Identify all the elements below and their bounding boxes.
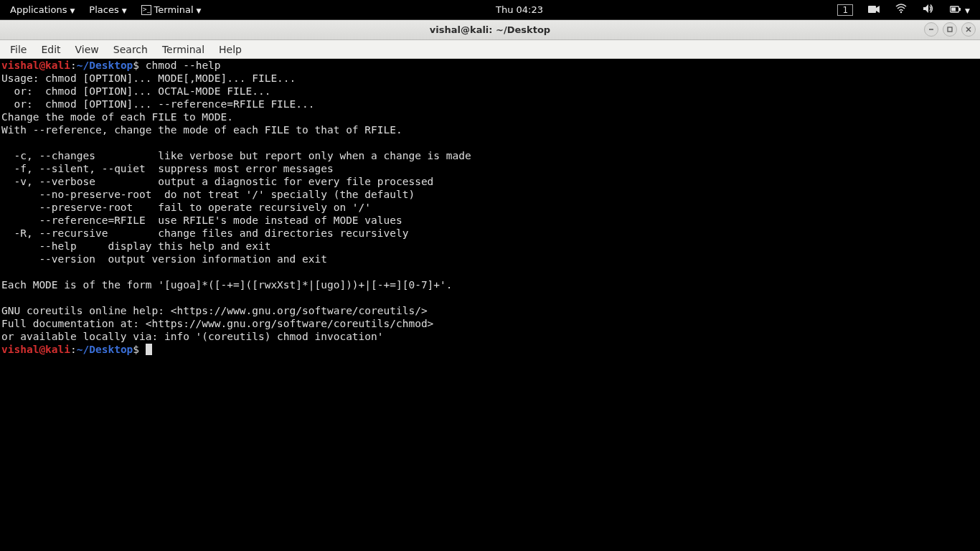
prompt-sep: : (70, 344, 77, 355)
output-line: or available locally via: info '(coreuti… (1, 331, 384, 342)
chevron-down-icon: ▼ (197, 7, 202, 14)
terminal-app-menu[interactable]: >_ Terminal ▼ (136, 0, 207, 19)
svg-rect-4 (951, 7, 956, 11)
output-line: -f, --silent, --quiet suppress most erro… (1, 163, 334, 174)
window-titlebar[interactable]: vishal@kali: ~/Desktop (0, 20, 980, 40)
menu-edit[interactable]: Edit (34, 40, 67, 58)
command-text: chmod --help (139, 60, 221, 71)
menu-terminal[interactable]: Terminal (155, 40, 212, 58)
places-label: Places (89, 4, 118, 15)
menu-search[interactable]: Search (106, 40, 155, 58)
wifi-icon (895, 4, 908, 16)
terminal-icon: >_ (141, 5, 151, 15)
window-controls (924, 22, 976, 37)
prompt-user: vishal@kali (1, 60, 70, 71)
output-line: Change the mode of each FILE to MODE. (1, 111, 233, 123)
network-indicator[interactable] (889, 0, 913, 19)
panel-clock[interactable]: Thu 04:23 (207, 4, 831, 15)
output-line: --preserve-root fail to operate recursiv… (1, 202, 371, 213)
output-line: GNU coreutils online help: <https://www.… (1, 305, 428, 316)
output-line: --help display this help and exit (1, 240, 270, 252)
window-title: vishal@kali: ~/Desktop (0, 24, 980, 35)
record-indicator[interactable] (862, 0, 886, 19)
workspace-badge: 1 (837, 4, 853, 16)
workspace-indicator[interactable]: 1 (831, 0, 859, 19)
battery-icon (949, 4, 962, 16)
places-menu[interactable]: Places ▼ (83, 0, 132, 19)
prompt-user: vishal@kali (1, 344, 70, 355)
prompt-slash: / (83, 60, 90, 71)
prompt-sep: : (70, 60, 77, 71)
output-line: -R, --recursive change files and directo… (1, 227, 408, 239)
prompt-dollar: $ (133, 60, 139, 71)
maximize-button[interactable] (943, 22, 957, 37)
cursor (146, 344, 152, 355)
camera-icon (867, 4, 880, 16)
output-line: Usage: chmod [OPTION]... MODE[,MODE]... … (1, 72, 296, 84)
applications-label: Applications (10, 4, 67, 15)
prompt-path: Desktop (89, 344, 133, 355)
output-line: With --reference, change the mode of eac… (1, 124, 402, 136)
terminal-label: Terminal (154, 4, 194, 15)
menu-view[interactable]: View (68, 40, 106, 58)
applications-menu[interactable]: Applications ▼ (4, 0, 80, 19)
panel-left: Applications ▼ Places ▼ >_ Terminal ▼ (4, 0, 207, 19)
output-line: Each MODE is of the form '[ugoa]*([-+=](… (1, 279, 453, 291)
prompt-path: Desktop (89, 60, 133, 71)
clock-label: Thu 04:23 (496, 4, 543, 15)
prompt-tilde: ~ (77, 344, 83, 355)
close-button[interactable] (961, 22, 976, 37)
svg-point-1 (900, 11, 902, 13)
output-line: or: chmod [OPTION]... --reference=RFILE … (1, 98, 315, 110)
output-line: or: chmod [OPTION]... OCTAL-MODE FILE... (1, 85, 270, 97)
gnome-top-panel: Applications ▼ Places ▼ >_ Terminal ▼ Th… (0, 0, 980, 19)
volume-icon (922, 4, 935, 16)
chevron-down-icon: ▼ (122, 7, 127, 14)
menu-file[interactable]: File (3, 40, 34, 58)
chevron-down-icon: ▼ (965, 7, 970, 14)
svg-rect-0 (868, 6, 876, 13)
prompt-dollar: $ (133, 344, 139, 355)
output-line: -c, --changes like verbose but report on… (1, 150, 471, 161)
output-line: --no-preserve-root do not treat '/' spec… (1, 189, 415, 200)
output-line: Full documentation at: <https://www.gnu.… (1, 318, 433, 329)
svg-rect-6 (948, 27, 952, 32)
power-indicator[interactable]: ▼ (943, 0, 976, 19)
output-line: --reference=RFILE use RFILE's mode inste… (1, 215, 402, 226)
svg-rect-3 (959, 8, 961, 11)
panel-right: 1 ▼ (831, 0, 976, 19)
menu-help[interactable]: Help (212, 40, 249, 58)
prompt-slash: / (83, 344, 90, 355)
output-line: --version output version information and… (1, 253, 327, 265)
terminal-viewport[interactable]: vishal@kali:~/Desktop$ chmod --help Usag… (0, 59, 980, 551)
menubar: File Edit View Search Terminal Help (0, 40, 980, 59)
output-line: -v, --verbose output a diagnostic for ev… (1, 176, 433, 187)
terminal-window: vishal@kali: ~/Desktop File Edit View Se… (0, 19, 980, 551)
minimize-button[interactable] (924, 22, 938, 37)
volume-indicator[interactable] (916, 0, 941, 19)
chevron-down-icon: ▼ (70, 7, 75, 14)
prompt-tilde: ~ (77, 60, 83, 71)
